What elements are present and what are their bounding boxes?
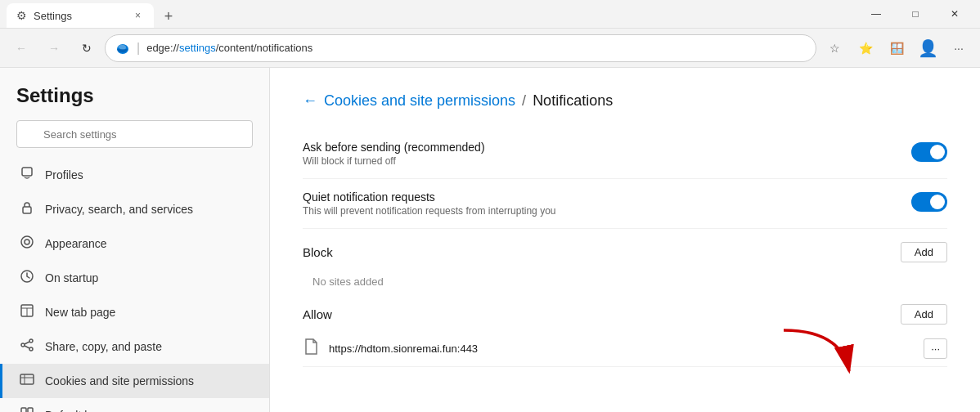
sidebar: Settings 🔍 Profiles: [0, 68, 270, 412]
breadcrumb: ← Cookies and site permissions / Notific…: [303, 92, 947, 110]
startup-icon: [19, 269, 35, 287]
svg-rect-18: [28, 408, 33, 412]
collections-button[interactable]: 🪟: [882, 34, 911, 63]
allow-section-label: Allow: [303, 307, 332, 321]
appearance-icon: [19, 235, 35, 253]
refresh-button[interactable]: ↻: [72, 34, 101, 63]
sidebar-item-appearance[interactable]: Appearance: [0, 226, 269, 261]
sidebar-item-defaultbrowser[interactable]: Default browser: [0, 398, 269, 412]
sidebar-title: Settings: [0, 84, 269, 120]
site-file-icon: [303, 338, 319, 360]
breadcrumb-link[interactable]: Cookies and site permissions: [324, 92, 515, 110]
ask-before-sending-label: Ask before sending (recommended): [303, 141, 898, 154]
sidebar-item-appearance-label: Appearance: [45, 237, 107, 250]
profiles-icon: [19, 166, 35, 184]
close-button[interactable]: ✕: [936, 0, 973, 29]
address-scheme: edge://: [146, 42, 179, 54]
svg-point-4: [25, 240, 29, 244]
window-controls: — □ ✕: [857, 0, 973, 29]
block-section-label: Block: [303, 245, 333, 259]
sidebar-item-privacy[interactable]: Privacy, search, and services: [0, 192, 269, 226]
defaultbrowser-icon: [19, 406, 35, 412]
tab-area: ⚙ Settings × +: [7, 0, 857, 28]
sidebar-item-cookies[interactable]: Cookies and site permissions: [0, 364, 269, 398]
privacy-icon: [19, 200, 35, 218]
settings-tab-icon: ⚙: [16, 9, 27, 22]
settings-tab[interactable]: ⚙ Settings ×: [7, 3, 154, 28]
svg-rect-17: [21, 408, 26, 412]
minimize-button[interactable]: —: [857, 0, 895, 29]
breadcrumb-separator: /: [522, 92, 526, 110]
address-path: /content/notifications: [216, 42, 313, 54]
search-settings-wrap: 🔍: [0, 120, 269, 158]
sidebar-item-profiles[interactable]: Profiles: [0, 158, 269, 192]
svg-point-10: [21, 343, 25, 347]
block-section-header: Block Add: [303, 242, 947, 262]
main-layout: Settings 🔍 Profiles: [0, 68, 980, 412]
newtab-icon: [19, 303, 35, 321]
titlebar: ⚙ Settings × + — □ ✕: [0, 0, 980, 29]
sidebar-item-startup[interactable]: On startup: [0, 261, 269, 295]
toolbar: ← → ↻ | edge://settings/content/notifica…: [0, 29, 980, 68]
quiet-notifications-label: Quiet notification requests: [303, 190, 898, 204]
edge-logo-icon: [115, 41, 130, 56]
sidebar-item-startup-label: On startup: [45, 271, 98, 284]
breadcrumb-current: Notifications: [533, 92, 613, 110]
more-button[interactable]: ···: [944, 34, 973, 63]
site-more-button[interactable]: ···: [924, 338, 947, 359]
sidebar-item-profiles-label: Profiles: [45, 168, 83, 181]
sidebar-item-newtab-label: New tab page: [45, 306, 115, 319]
ask-before-sending-toggle[interactable]: [911, 142, 947, 162]
new-tab-button[interactable]: +: [157, 5, 180, 28]
address-text: edge://settings/content/notifications: [146, 42, 806, 54]
back-button[interactable]: ←: [7, 34, 36, 63]
svg-point-11: [29, 347, 33, 351]
search-input-wrap: 🔍: [16, 120, 253, 148]
forward-button[interactable]: →: [39, 34, 69, 63]
sidebar-item-defaultbrowser-label: Default browser: [45, 409, 125, 412]
sidebar-item-cookies-label: Cookies and site permissions: [45, 374, 194, 387]
add-allow-button[interactable]: Add: [901, 304, 947, 325]
content-area: ← Cookies and site permissions / Notific…: [270, 68, 980, 412]
quiet-notifications-info: Quiet notification requests This will pr…: [303, 190, 898, 217]
svg-rect-14: [20, 374, 34, 384]
profile-button[interactable]: 👤: [913, 34, 942, 63]
add-block-button[interactable]: Add: [901, 242, 947, 262]
toggle-thumb: [930, 145, 945, 159]
settings-tab-title: Settings: [34, 10, 125, 22]
sidebar-item-privacy-label: Privacy, search, and services: [45, 203, 193, 216]
quiet-notifications-row: Quiet notification requests This will pr…: [303, 179, 947, 229]
favorite-button[interactable]: ☆: [820, 34, 849, 63]
ask-before-sending-desc: Will block if turned off: [303, 155, 898, 167]
red-arrow: [767, 322, 865, 387]
toggle-thumb-2: [930, 195, 945, 209]
sidebar-item-share-label: Share, copy, and paste: [45, 340, 162, 353]
svg-line-13: [25, 346, 29, 348]
sidebar-item-newtab[interactable]: New tab page: [0, 295, 269, 329]
address-highlight: settings: [179, 42, 216, 54]
ask-before-sending-info: Ask before sending (recommended) Will bl…: [303, 141, 898, 167]
address-bar[interactable]: | edge://settings/content/notifications: [105, 34, 816, 62]
ask-before-sending-row: Ask before sending (recommended) Will bl…: [303, 129, 947, 179]
svg-rect-2: [23, 207, 31, 213]
search-settings-input[interactable]: [16, 120, 253, 148]
maximize-button[interactable]: □: [897, 0, 934, 29]
quiet-notifications-toggle[interactable]: [911, 192, 947, 212]
toolbar-icons: ☆ ⭐ 🪟 👤 ···: [820, 34, 973, 63]
svg-point-3: [21, 236, 33, 248]
sidebar-item-share[interactable]: Share, copy, and paste: [0, 329, 269, 364]
quiet-notifications-desc: This will prevent notification requests …: [303, 205, 898, 217]
cookies-icon: [19, 372, 35, 390]
tab-close-button[interactable]: ×: [132, 8, 144, 23]
svg-line-12: [25, 342, 29, 344]
address-divider: |: [137, 41, 140, 56]
sidebar-nav: Profiles Privacy, search, and services: [0, 158, 269, 412]
share-icon: [19, 338, 35, 356]
reading-list-button[interactable]: ⭐: [851, 34, 880, 63]
breadcrumb-back-button[interactable]: ←: [303, 92, 317, 110]
svg-rect-1: [22, 168, 32, 176]
svg-point-9: [29, 339, 33, 343]
no-sites-text: No sites added: [303, 269, 947, 294]
